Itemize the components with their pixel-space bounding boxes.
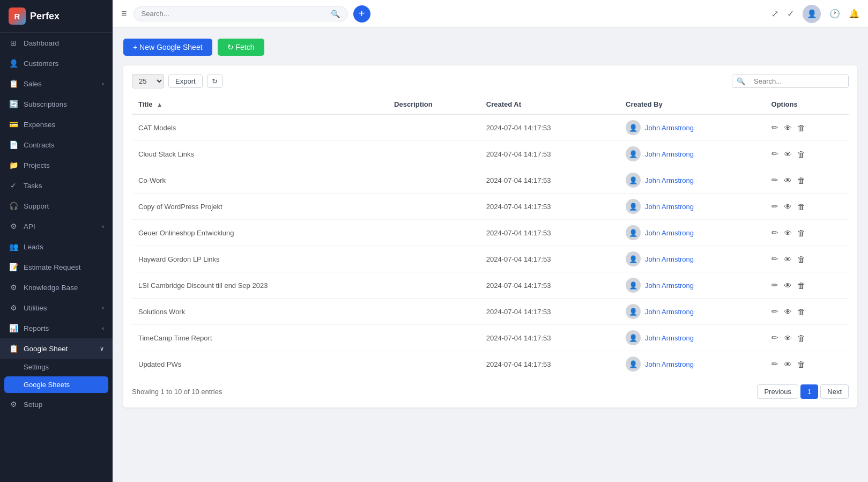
refresh-button[interactable]: ↻ [207,75,222,88]
chevron-left-icon: ‹ [102,80,104,87]
edit-icon[interactable]: ✏ [771,175,778,185]
page-1-button[interactable]: 1 [800,384,818,399]
sidebar-item-knowledge-base[interactable]: ⚙ Knowledge Base [0,277,113,298]
delete-icon[interactable]: 🗑 [797,333,805,343]
delete-icon[interactable]: 🗑 [797,176,805,185]
view-icon[interactable]: 👁 [784,255,792,264]
edit-icon[interactable]: ✏ [771,307,778,316]
delete-icon[interactable]: 🗑 [797,150,805,159]
user-name[interactable]: John Armstrong [645,203,694,211]
user-name[interactable]: John Armstrong [645,176,694,184]
sidebar-item-expenses[interactable]: 💳 Expenses [0,114,113,135]
sidebar-subitem-settings[interactable]: Settings [0,359,113,375]
view-icon[interactable]: 👁 [784,123,792,132]
clock-icon[interactable]: 🕐 [829,9,840,19]
view-icon[interactable]: 👁 [784,228,792,238]
share-icon[interactable]: ⤢ [771,9,778,19]
pagination-info: Showing 1 to 10 of 10 entries [132,388,222,396]
search-input[interactable] [142,10,328,18]
delete-icon[interactable]: 🗑 [797,360,805,369]
sidebar-subitem-google-sheets[interactable]: Google Sheets [4,376,108,393]
col-title[interactable]: Title ▲ [132,95,388,114]
next-page-button[interactable]: Next [820,384,849,399]
user-name[interactable]: John Armstrong [645,255,694,263]
cell-options: ✏ 👁 🗑 [765,114,849,141]
delete-icon[interactable]: 🗑 [797,228,805,238]
sidebar-item-customers[interactable]: 👤 Customers [0,53,113,73]
sidebar-item-projects[interactable]: 📁 Projects [0,155,113,175]
delete-icon[interactable]: 🗑 [797,281,805,290]
check-icon[interactable]: ✓ [787,9,794,19]
cell-title: Cloud Stack Links [132,141,388,167]
sidebar-item-sales[interactable]: 📋 Sales ‹ [0,73,113,94]
sidebar-item-tasks[interactable]: ✓ Tasks [0,175,113,196]
delete-icon[interactable]: 🗑 [797,307,805,316]
table-search-input[interactable] [750,75,848,87]
chevron-left-icon: ‹ [102,325,104,331]
sidebar-item-subscriptions[interactable]: 🔄 Subscriptions [0,94,113,114]
cell-title: TimeCamp Time Report [132,325,388,351]
view-icon[interactable]: 👁 [784,360,792,369]
edit-icon[interactable]: ✏ [771,254,778,264]
cell-description [388,194,480,220]
logo-icon: R [9,8,26,25]
table-toolbar: 25 10 50 100 Export ↻ 🔍 [132,74,849,88]
sidebar-item-support[interactable]: 🎧 Support [0,196,113,216]
edit-icon[interactable]: ✏ [771,280,778,290]
edit-icon[interactable]: ✏ [771,359,778,369]
cell-created-by: 👤 John Armstrong [619,167,765,194]
sidebar-item-reports[interactable]: 📊 Reports ‹ [0,318,113,338]
fetch-button[interactable]: ↻ Fetch [218,39,264,56]
view-icon[interactable]: 👁 [784,307,792,316]
search-icon[interactable]: 🔍 [331,10,340,18]
cell-options: ✏ 👁 🗑 [765,141,849,167]
edit-icon[interactable]: ✏ [771,123,778,132]
cell-title: Solutions Work [132,299,388,325]
edit-icon[interactable]: ✏ [771,202,778,211]
view-icon[interactable]: 👁 [784,281,792,290]
avatar[interactable]: 👤 [803,5,821,23]
delete-icon[interactable]: 🗑 [797,255,805,264]
add-button[interactable]: + [353,5,370,23]
sidebar-item-setup[interactable]: ⚙ Setup [0,394,113,414]
sidebar-item-api[interactable]: ⚙ API ‹ [0,216,113,236]
prev-page-button[interactable]: Previous [757,384,798,399]
sidebar-subitem-label: Settings [24,363,49,371]
user-name[interactable]: John Armstrong [645,229,694,237]
view-icon[interactable]: 👁 [784,176,792,185]
sidebar-item-label: Customers [24,60,58,68]
per-page-select[interactable]: 25 10 50 100 [132,74,164,88]
delete-icon[interactable]: 🗑 [797,123,805,132]
user-name[interactable]: John Armstrong [645,360,694,368]
tasks-icon: ✓ [9,181,18,190]
sidebar-item-contracts[interactable]: 📄 Contracts [0,135,113,155]
sidebar-item-utilities[interactable]: ⚙ Utilities ‹ [0,298,113,318]
delete-icon[interactable]: 🗑 [797,202,805,211]
user-name[interactable]: John Armstrong [645,308,694,316]
view-icon[interactable]: 👁 [784,202,792,211]
cell-created-by: 👤 John Armstrong [619,351,765,377]
view-icon[interactable]: 👁 [784,333,792,343]
bell-icon[interactable]: 🔔 [849,9,859,19]
user-name[interactable]: John Armstrong [645,281,694,290]
view-icon[interactable]: 👁 [784,150,792,159]
sidebar-item-dashboard[interactable]: ⊞ Dashboard [0,33,113,53]
cell-title: Co-Work [132,167,388,194]
pagination-bar: Showing 1 to 10 of 10 entries Previous 1… [132,384,849,399]
edit-icon[interactable]: ✏ [771,333,778,343]
user-name[interactable]: John Armstrong [645,334,694,342]
user-name[interactable]: John Armstrong [645,150,694,158]
user-avatar: 👤 [626,357,641,372]
sidebar-item-google-sheet[interactable]: 📋 Google Sheet ∨ [0,338,113,359]
new-google-sheet-button[interactable]: + New Google Sheet [123,39,212,56]
sidebar-item-estimate-request[interactable]: 📝 Estimate Request [0,257,113,277]
cell-description [388,272,480,299]
user-avatar: 👤 [626,278,641,293]
sidebar-item-leads[interactable]: 👥 Leads [0,236,113,257]
export-button[interactable]: Export [168,75,203,88]
edit-icon[interactable]: ✏ [771,228,778,238]
edit-icon[interactable]: ✏ [771,149,778,159]
data-table: Title ▲ Description Created At Created B… [132,95,849,377]
user-name[interactable]: John Armstrong [645,124,694,132]
hamburger-icon[interactable]: ≡ [121,8,127,19]
